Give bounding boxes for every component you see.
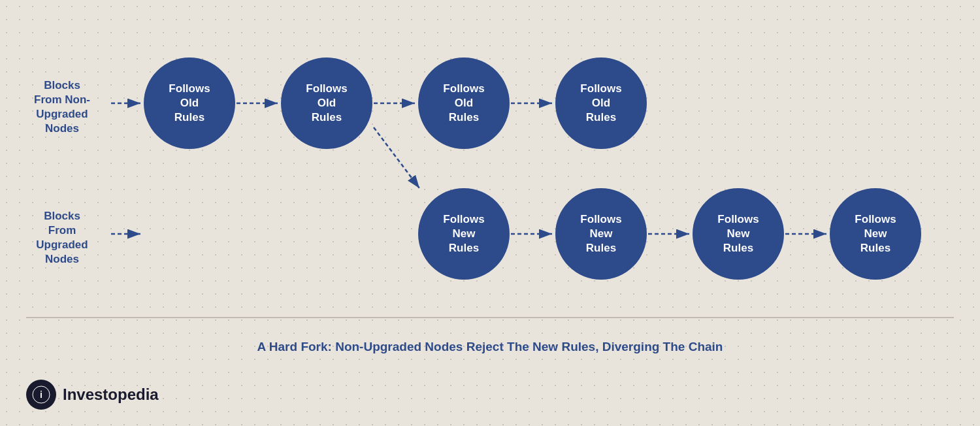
caption: A Hard Fork: Non-Upgraded Nodes Reject T…: [0, 340, 980, 354]
node-bottom-1: FollowsNewRules: [418, 188, 510, 280]
node-bottom-2: FollowsNewRules: [555, 188, 647, 280]
svg-line-6: [374, 127, 419, 188]
top-side-label: BlocksFrom Non-UpgradedNodes: [20, 78, 105, 136]
svg-text:i: i: [40, 389, 42, 400]
node-bottom-4: FollowsNewRules: [830, 188, 921, 280]
logo-icon: i: [26, 380, 56, 410]
bottom-side-label: BlocksFromUpgradedNodes: [20, 209, 105, 267]
logo-text: Investopedia: [63, 385, 159, 404]
node-top-4: FollowsOldRules: [555, 57, 647, 149]
node-top-3: FollowsOldRules: [418, 57, 510, 149]
node-bottom-3: FollowsNewRules: [693, 188, 784, 280]
divider: [26, 317, 954, 318]
node-top-2: FollowsOldRules: [281, 57, 372, 149]
node-top-1: FollowsOldRules: [144, 57, 235, 149]
logo-area: i Investopedia: [26, 380, 159, 410]
